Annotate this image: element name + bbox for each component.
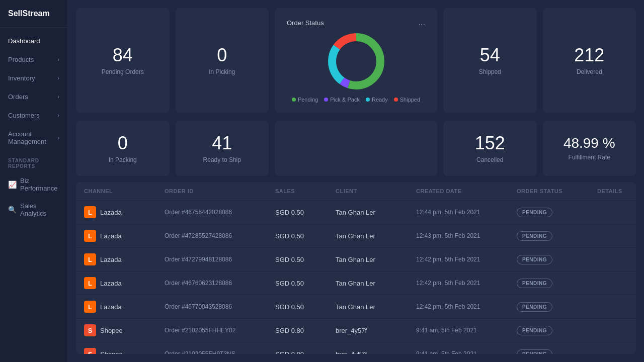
expand-button[interactable]: ⌄: [597, 350, 636, 354]
status-badge: PENDING: [517, 255, 552, 264]
table-row: L Lazada Order #46756442028086 SGD 0.50 …: [76, 201, 636, 224]
legend-pick-pack: Pick & Pack: [324, 97, 360, 103]
sidebar-item-account-management[interactable]: Account Management ›: [0, 125, 67, 151]
date-cell: 12:42 pm, 5th Feb 2021: [416, 256, 517, 263]
sales-cell: SGD 0.50: [275, 209, 336, 216]
channel-name: Lazada: [100, 303, 122, 311]
donut-chart: [326, 31, 386, 92]
order-id-cell: Order #2102055FHHEY02: [165, 327, 275, 334]
expand-button[interactable]: ⌄: [597, 232, 636, 240]
table-body: L Lazada Order #46756442028086 SGD 0.50 …: [76, 201, 636, 354]
order-id-cell: Order #2102055FH9T3NS: [165, 350, 275, 354]
channel-cell: L Lazada: [84, 301, 165, 313]
channel-icon: L: [84, 230, 96, 242]
delivered-label: Delivered: [577, 68, 602, 75]
chevron-right-icon: ›: [58, 94, 59, 100]
sidebar-item-orders[interactable]: Orders ›: [0, 87, 67, 106]
status-badge: PENDING: [517, 349, 552, 354]
sales-cell: SGD 0.50: [275, 256, 336, 263]
ready-to-ship-label: Ready to Ship: [203, 156, 241, 163]
sidebar-item-sales-analytics[interactable]: 🔍 Sales Analytics: [0, 197, 67, 222]
stats-row-2: 0 In Packing 41 Ready to Ship 152 Cancel…: [68, 121, 644, 182]
in-picking-value: 0: [217, 45, 227, 65]
col-order-status: Order Status: [517, 188, 597, 194]
channel-name: Shopee: [100, 327, 123, 334]
order-id-cell: Order #46756442028086: [165, 209, 275, 216]
date-cell: 12:42 pm, 5th Feb 2021: [416, 303, 517, 310]
reports-section-label: Standard Reports: [0, 151, 67, 172]
sales-cell: SGD 0.50: [275, 232, 336, 240]
shipped-value: 54: [480, 45, 500, 65]
sidebar-item-dashboard[interactable]: Dashboard: [0, 32, 67, 50]
status-cell: PENDING: [517, 255, 597, 264]
table-row: L Lazada Order #46760623128086 SGD 0.50 …: [76, 272, 636, 295]
sidebar-item-customers[interactable]: Customers ›: [0, 106, 67, 125]
col-sales: Sales: [275, 188, 336, 194]
stat-order-status-placeholder: [275, 121, 437, 176]
legend-pick-pack-label: Pick & Pack: [330, 97, 360, 103]
date-cell: 12:44 pm, 5th Feb 2021: [416, 209, 517, 216]
channel-cell: L Lazada: [84, 277, 165, 289]
ready-to-ship-value: 41: [212, 133, 232, 153]
client-cell: Tan Ghan Ler: [336, 256, 416, 263]
expand-button[interactable]: ⌄: [597, 255, 636, 263]
sidebar-item-label: Products: [8, 56, 34, 63]
report-item-label: Sales Analytics: [20, 202, 59, 217]
ready-dot: [366, 98, 370, 102]
client-cell: Tan Ghan Ler: [336, 303, 416, 311]
sidebar-item-label: Account Management: [8, 130, 58, 145]
stat-in-picking: 0 In Picking: [176, 8, 269, 113]
legend-shipped: Shipped: [394, 97, 420, 103]
date-cell: 9:41 am, 5th Feb 2021: [416, 350, 517, 354]
status-cell: PENDING: [517, 326, 597, 335]
col-created-date: Created Date: [416, 188, 517, 194]
status-cell: PENDING: [517, 208, 597, 217]
chart-icon: 📈: [8, 180, 16, 189]
status-badge: PENDING: [517, 208, 552, 217]
sales-cell: SGD 0.50: [275, 303, 336, 311]
donut-legend: Pending Pick & Pack Ready Shipped: [292, 97, 420, 103]
sidebar-item-label: Customers: [8, 112, 40, 119]
sidebar-item-label: Inventory: [8, 74, 35, 82]
expand-button[interactable]: ⌄: [597, 279, 636, 287]
delivered-value: 212: [574, 45, 604, 65]
col-channel: Channel: [84, 188, 165, 194]
chevron-right-icon: ›: [58, 113, 59, 118]
legend-ready: Ready: [366, 97, 388, 103]
expand-button[interactable]: ⌄: [597, 208, 636, 216]
expand-button[interactable]: ⌄: [597, 303, 636, 311]
order-status-header: Order Status ...: [287, 18, 425, 27]
pending-dot: [292, 98, 296, 102]
main-content: 84 Pending Orders 0 In Picking Order Sta…: [68, 0, 644, 362]
order-id-cell: Order #47285527428086: [165, 232, 275, 239]
status-badge: PENDING: [517, 279, 552, 288]
order-id-cell: Order #47279948128086: [165, 256, 275, 263]
sidebar-item-biz-performance[interactable]: 📈 Biz Performance: [0, 172, 67, 197]
client-cell: Tan Ghan Ler: [336, 209, 416, 216]
status-cell: PENDING: [517, 302, 597, 312]
col-details: Details: [597, 188, 636, 194]
channel-icon: S: [84, 324, 96, 336]
channel-icon: L: [84, 206, 96, 218]
sales-cell: SGD 0.80: [275, 327, 336, 334]
legend-pending-label: Pending: [298, 97, 318, 103]
in-packing-label: In Packing: [109, 156, 137, 163]
table-row: S Shopee Order #2102055FHHEY02 SGD 0.80 …: [76, 319, 636, 342]
expand-button[interactable]: ⌄: [597, 326, 636, 334]
channel-name: Shopee: [100, 350, 123, 354]
sidebar-item-inventory[interactable]: Inventory ›: [0, 69, 67, 87]
table-row: L Lazada Order #46770043528086 SGD 0.50 …: [76, 295, 636, 319]
sidebar-item-label: Orders: [8, 93, 28, 101]
chevron-right-icon: ›: [58, 57, 59, 62]
cancelled-label: Cancelled: [476, 156, 503, 163]
order-status-title: Order Status: [287, 19, 324, 27]
stat-pending-orders: 84 Pending Orders: [76, 8, 170, 113]
stat-delivered: 212 Delivered: [543, 8, 636, 113]
pending-orders-label: Pending Orders: [102, 68, 144, 75]
status-badge: PENDING: [517, 231, 552, 241]
table-header: Channel Order ID Sales Client Created Da…: [76, 182, 636, 201]
sidebar-item-products[interactable]: Products ›: [0, 50, 67, 69]
order-status-menu[interactable]: ...: [419, 18, 425, 27]
sales-cell: SGD 0.50: [275, 280, 336, 287]
status-cell: PENDING: [517, 231, 597, 241]
